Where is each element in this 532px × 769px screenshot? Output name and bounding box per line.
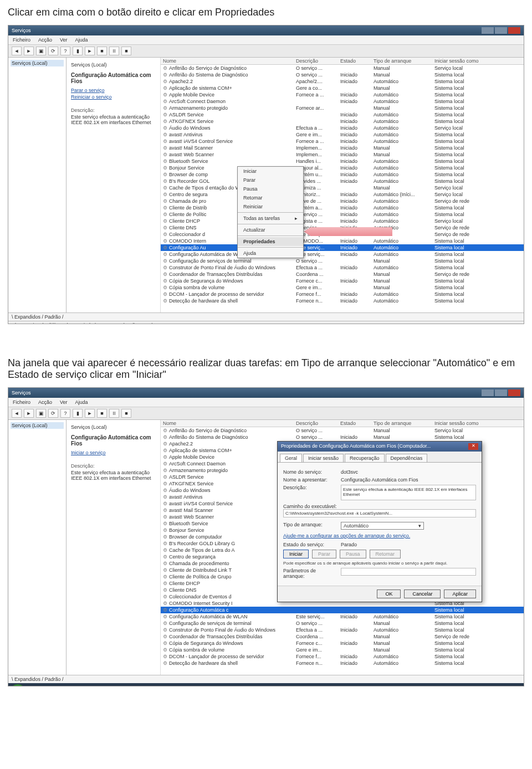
toolbar-button[interactable]: ► (85, 409, 95, 418)
taskbar[interactable]: ComputadorCredenciais Utili...Manuais Ro… (8, 683, 524, 686)
taskbar-item[interactable]: Painel de contr... (158, 686, 201, 687)
column-header[interactable]: Descrição (296, 421, 340, 426)
menu-ajuda[interactable]: Ajuda (75, 399, 88, 405)
service-row[interactable]: ⚙Bonjour ServiceBonjour al...IniciadoAut… (161, 165, 524, 171)
toolbar-button[interactable]: ■ (97, 47, 107, 55)
taskbar-item[interactable]: autenticação res... (251, 686, 297, 687)
service-row[interactable]: ⚙Apache2.2Apache/2....IniciadoAutomático… (161, 78, 524, 85)
toolbar-button[interactable]: ? (60, 47, 70, 55)
column-header[interactable]: Nome (163, 58, 296, 64)
service-row[interactable]: ⚙avast! Web ScannerImplemen...IniciadoMa… (161, 151, 524, 158)
dialog-tab[interactable]: Dependências (386, 454, 428, 462)
ok-button[interactable]: OK (377, 589, 401, 598)
menu-ver[interactable]: Ver (60, 37, 68, 43)
start-button[interactable] (11, 684, 25, 686)
context-menu-item[interactable]: Propriedades (238, 237, 303, 246)
taskbar-item[interactable]: Ferramentas Ad... (203, 686, 249, 687)
service-row[interactable]: ⚙Áudio do WindowsEfectua a ...IniciadoAu… (161, 125, 524, 131)
context-menu-item[interactable]: Reiniciar (238, 202, 303, 211)
service-row[interactable]: ⚙avast! Mail ScannerImplemen...IniciadoM… (161, 145, 524, 151)
startup-type-dropdown[interactable]: Automático ▾ (341, 522, 424, 530)
service-row[interactable]: ⚙Configuração Automática de WLANEste ser… (161, 613, 524, 620)
taskbar-item[interactable]: Serviços (299, 686, 326, 687)
service-row[interactable]: ⚙Coordenador de Transacções Distribuídas… (161, 271, 524, 278)
menu-ficheiro[interactable]: Ficheiro (13, 399, 30, 405)
action-link[interactable]: Reiniciar o serviço (71, 94, 156, 100)
cancel-button[interactable]: Cancelar (404, 589, 441, 598)
toolbar-button[interactable]: ▮ (73, 47, 83, 55)
column-header[interactable]: Nome (163, 421, 296, 426)
window-titlebar[interactable]: Serviços (8, 25, 524, 35)
close-button[interactable] (508, 27, 520, 34)
apply-button[interactable]: Aplicar (444, 589, 476, 598)
dialog-tab[interactable]: Geral (280, 454, 302, 462)
column-header[interactable]: Tipo de arranque (374, 421, 434, 426)
service-row[interactable]: ⚙B's Recorder GOLProvides ...IniciadoAut… (161, 178, 524, 184)
service-row[interactable]: ⚙avast! AntivirusGere e im...IniciadoAut… (161, 131, 524, 138)
service-row[interactable]: ⚙Detecção de hardware da shellFornece n.… (161, 660, 524, 667)
toolbar-button[interactable]: ▣ (36, 47, 46, 55)
service-row[interactable]: ⚙Armazenamento protegidoFornece ar...Man… (161, 105, 524, 111)
service-row[interactable]: ⚙Configuração Automática de WLANEste ser… (161, 251, 524, 258)
view-tabs[interactable]: \ Expandidos / Padrão / (8, 312, 524, 321)
service-row[interactable]: ⚙Cópia sombra de volumeGere e im...Manua… (161, 284, 524, 291)
list-header[interactable]: NomeDescriçãoEstadoTipo de arranqueInici… (161, 58, 524, 65)
column-header[interactable]: Estado (340, 58, 374, 64)
toolbar-button[interactable]: ◄ (12, 409, 22, 418)
service-row[interactable]: ⚙Coordenador de Transacções Distribuídas… (161, 633, 524, 640)
minimize-button[interactable] (482, 389, 494, 396)
menu-ajuda[interactable]: Ajuda (75, 37, 88, 43)
service-row[interactable]: ⚙Cópia de Segurança do WindowsFornece c.… (161, 640, 524, 647)
toolbar-button[interactable]: ► (24, 409, 34, 418)
context-menu-item[interactable]: Retomar (238, 193, 303, 202)
menu-acção[interactable]: Acção (38, 37, 52, 43)
dialog-close-button[interactable]: ✕ (468, 443, 478, 450)
service-row[interactable]: ⚙Cliente de PolíticO serviço ...Iniciado… (161, 211, 524, 218)
service-row[interactable]: ⚙avast! iAVS4 Control ServiceFornece a .… (161, 138, 524, 145)
context-menu-item[interactable]: Pausa (238, 184, 303, 193)
properties-dialog[interactable]: Propriedades de Configuração Automática … (277, 441, 482, 602)
column-header[interactable]: Iniciar sessão como (434, 58, 501, 64)
menu-acção[interactable]: Acção (38, 399, 52, 405)
service-row[interactable]: ⚙Browser de compMantém u...IniciadoAutom… (161, 171, 524, 178)
dialog-tab[interactable]: Iniciar sessão (303, 454, 344, 462)
toolbar-button[interactable]: ■ (97, 409, 107, 418)
close-button[interactable] (508, 389, 520, 396)
toolbar-button[interactable]: ▣ (36, 409, 46, 418)
service-row[interactable]: ⚙ArcSoft Connect DaemonIniciadoAutomátic… (161, 98, 524, 105)
service-row[interactable]: ⚙Centro de seguraMonitoriz...IniciadoAut… (161, 191, 524, 198)
toolbar-button[interactable]: ► (85, 47, 95, 55)
window-titlebar[interactable]: Serviços (8, 388, 524, 398)
service-row[interactable]: ⚙Cache de Tipos d entação do Wi...Optimi… (161, 184, 524, 191)
context-menu-item[interactable]: Todas as tarefas (238, 214, 303, 223)
service-row[interactable]: ⚙Anfitrião do Sistema de DiagnósticoO se… (161, 71, 524, 78)
context-menu-item[interactable]: Actualizar (238, 225, 303, 234)
service-row[interactable]: ⚙ATKGFNEX ServiceIniciadoAutomáticoSiste… (161, 118, 524, 125)
tree-root[interactable]: Serviços (Local) (11, 422, 64, 429)
service-row[interactable]: ⚙Bluetooth ServiceHandles i...IniciadoAu… (161, 158, 524, 165)
menu-ficheiro[interactable]: Ficheiro (13, 37, 30, 43)
taskbar-item[interactable]: Manuais Rollou... (112, 686, 156, 687)
service-row[interactable]: ⚙DCOM - Lançador de processo de servidor… (161, 653, 524, 660)
service-row[interactable]: ⚙Anfitrião do Serviço de DiagnósticoO se… (161, 427, 524, 434)
pause-button[interactable]: Pausa (340, 550, 366, 558)
service-row[interactable]: ⚙Configuração de serviços de terminalO s… (161, 620, 524, 627)
service-row[interactable]: ⚙Cópia de Segurança do WindowsFornece c.… (161, 278, 524, 284)
context-menu-item[interactable]: Parar (238, 176, 303, 184)
list-header[interactable]: NomeDescriçãoEstadoTipo de arranqueInici… (161, 420, 524, 427)
context-menu[interactable]: IniciarPararPausaRetomarReiniciarTodas a… (237, 166, 304, 258)
service-row[interactable]: ⚙Aplicação de sistema COM+Gere a co...Ma… (161, 85, 524, 91)
taskbar-item[interactable]: Credenciais Utili... (64, 686, 109, 687)
context-menu-item[interactable]: Ajuda (238, 249, 303, 258)
toolbar-button[interactable]: ◄ (12, 47, 22, 55)
service-row[interactable]: ⚙Apple Mobile DeviceFornece a ...Iniciad… (161, 91, 524, 98)
service-row[interactable]: ⚙Anfitrião do Serviço de DiagnósticoO se… (161, 65, 524, 71)
service-row[interactable]: ⚙DCOM - Lançador de processo de servidor… (161, 291, 524, 298)
resume-button[interactable]: Retomar (370, 550, 401, 558)
minimize-button[interactable] (482, 27, 494, 34)
action-link[interactable]: Parar o serviço (71, 88, 156, 93)
toolbar-button[interactable]: ⟳ (48, 47, 58, 55)
toolbar-button[interactable]: ⟳ (48, 409, 58, 418)
service-row[interactable]: ⚙ASLDR ServiceIniciadoAutomáticoSistema … (161, 111, 524, 118)
service-row[interactable]: ⚙COMODO InternCOMODO...IniciadoAutomátic… (161, 238, 524, 244)
